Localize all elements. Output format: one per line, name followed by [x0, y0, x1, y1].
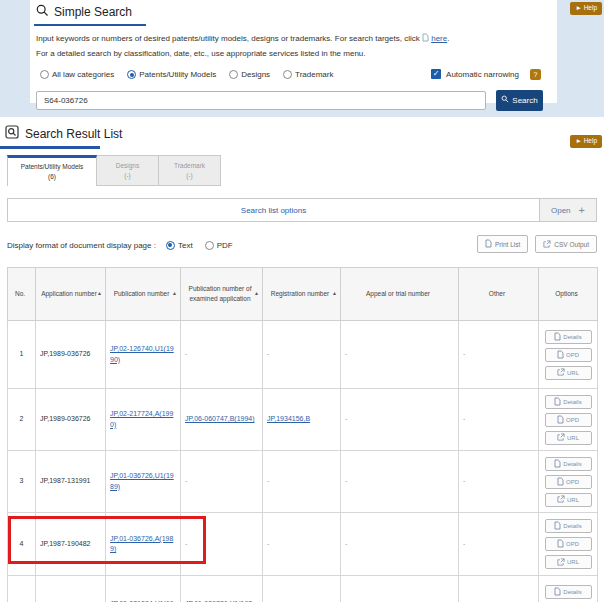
result-tabs: Patents/Utility Models (6) Designs (-) T… [7, 155, 604, 186]
url-button[interactable]: URL [545, 493, 592, 507]
sort-asc-icon[interactable]: ▲ [254, 290, 259, 298]
details-button[interactable]: Details [545, 457, 592, 471]
tab-designs[interactable]: Designs (-) [97, 155, 159, 186]
button-label: URL [567, 435, 579, 441]
registration-number-cell: - [263, 321, 341, 389]
url-button[interactable]: URL [545, 555, 592, 569]
empty-value: - [185, 540, 187, 547]
question-help-icon[interactable]: ? [530, 69, 541, 80]
here-link[interactable]: here [431, 34, 447, 43]
sort-asc-icon[interactable]: ▲ [332, 290, 337, 298]
help-button-results[interactable]: ► Help [570, 135, 602, 148]
tab-label: Patents/Utility Models [21, 162, 84, 172]
appeal-trial-cell: - [341, 576, 459, 602]
row-number-cell: 4 [8, 513, 36, 576]
simple-search-card: Simple Search Input keywords or numbers … [30, 0, 557, 103]
tab-count: (-) [186, 171, 193, 181]
document-icon [557, 350, 564, 360]
document-icon [557, 477, 564, 487]
radio-patents-utility-models[interactable]: Patents/Utility Models [127, 70, 216, 79]
document-icon [554, 521, 561, 531]
tab-trademark[interactable]: Trademark (-) [159, 155, 221, 186]
application-number: JP,1989-036726 [40, 415, 90, 422]
table-header-row: No. Application number▲ Publication numb… [8, 268, 598, 321]
document-icon [422, 33, 429, 47]
publication-number-link[interactable]: JP,01-036726,U1(1989) [110, 472, 174, 489]
examined-publication-cell: - [181, 513, 263, 576]
details-button[interactable]: Details [545, 330, 592, 344]
radio-label: Text [178, 241, 193, 250]
radio-all-law-categories[interactable]: All law categories [40, 70, 114, 79]
opd-button[interactable]: OPD [545, 475, 592, 489]
url-button[interactable]: URL [545, 431, 592, 445]
header-options: Options [539, 268, 598, 321]
publication-number-cell: JP,02-126740,U1(1990) [106, 321, 181, 389]
automatic-narrowing-group: Automatic narrowing ? [431, 69, 541, 80]
button-label: Details [563, 399, 581, 405]
radio-pdf-format[interactable]: PDF [205, 241, 233, 250]
radio-trademark[interactable]: Trademark [283, 70, 333, 79]
search-input[interactable] [36, 91, 486, 110]
registration-number-cell: - [263, 451, 341, 513]
header-examined-publication-number: Publication number of examined applicati… [181, 268, 263, 321]
radio-label: All law categories [52, 70, 114, 79]
help-button-simple-search[interactable]: ► Help [570, 2, 602, 15]
sort-asc-icon[interactable]: ▲ [172, 290, 177, 298]
publication-number-cell: JP,01-036726,A(1989) [106, 513, 181, 576]
publication-number-link[interactable]: JP,02-217724,A(1990) [110, 410, 173, 427]
radio-icon [205, 241, 214, 250]
empty-value: - [267, 477, 269, 484]
open-options-button[interactable]: Open + [539, 199, 596, 221]
publication-number-link[interactable]: JP,01-036726,A(1989) [110, 535, 173, 552]
other-cell: - [459, 576, 539, 602]
print-icon [485, 239, 492, 249]
details-button[interactable]: Details [545, 585, 592, 599]
instruction-line2: For a detailed search by classification,… [36, 49, 366, 58]
examined-publication-link[interactable]: JP,06-060747,B(1994) [185, 415, 255, 422]
opd-button[interactable]: OPD [545, 348, 592, 362]
print-list-button[interactable]: Print List [477, 235, 528, 253]
opd-button[interactable]: OPD [545, 537, 592, 551]
empty-value: - [267, 350, 269, 357]
url-button[interactable]: URL [545, 366, 592, 380]
empty-value: - [345, 415, 347, 422]
tab-patents-utility-models[interactable]: Patents/Utility Models (6) [7, 155, 97, 186]
radio-label: PDF [217, 241, 233, 250]
radio-label: Designs [241, 70, 270, 79]
csv-output-button[interactable]: CSV Output [535, 235, 597, 253]
export-icon [543, 240, 551, 249]
publication-number-link[interactable]: JP,02-126740,U1(1990) [110, 345, 174, 362]
registration-number-link[interactable]: JP,1934156,B [267, 415, 310, 422]
button-label: OPD [566, 479, 579, 485]
appeal-trial-cell: - [341, 451, 459, 513]
empty-value: - [345, 540, 347, 547]
document-icon [554, 587, 561, 597]
opd-button[interactable]: OPD [545, 413, 592, 427]
search-instructions: Input keywords or numbers of desired pat… [36, 32, 553, 62]
automatic-narrowing-checkbox[interactable] [431, 69, 441, 79]
button-label: Details [563, 334, 581, 340]
search-list-options-label[interactable]: Search list options [8, 199, 539, 221]
empty-value: - [185, 477, 187, 484]
details-button[interactable]: Details [545, 395, 592, 409]
options-cell: DetailsOPDURL [539, 513, 598, 576]
other-cell: - [459, 321, 539, 389]
empty-value: - [463, 415, 465, 422]
radio-designs[interactable]: Designs [229, 70, 270, 79]
radio-text-format[interactable]: Text [166, 241, 193, 250]
registration-number-cell: JP,1934156,B [263, 389, 341, 451]
empty-value: - [463, 350, 465, 357]
plus-icon: + [579, 204, 585, 216]
empty-value: - [463, 540, 465, 547]
sort-asc-icon[interactable]: ▲ [97, 290, 102, 298]
table-row: 4JP,1987-190482JP,01-036726,A(1989)----D… [8, 513, 598, 576]
search-button[interactable]: Search [496, 90, 543, 111]
law-category-row: All law categories Patents/Utility Model… [40, 69, 553, 81]
button-label: Details [563, 589, 581, 595]
details-button[interactable]: Details [545, 519, 592, 533]
publication-number-cell: JP,02-217724,A(1990) [106, 389, 181, 451]
application-number: JP,1987-190482 [40, 540, 90, 547]
automatic-narrowing-label: Automatic narrowing [446, 70, 519, 79]
table-row: 2JP,1989-036726JP,02-217724,A(1990)JP,06… [8, 389, 598, 451]
radio-selected-icon [127, 70, 136, 79]
